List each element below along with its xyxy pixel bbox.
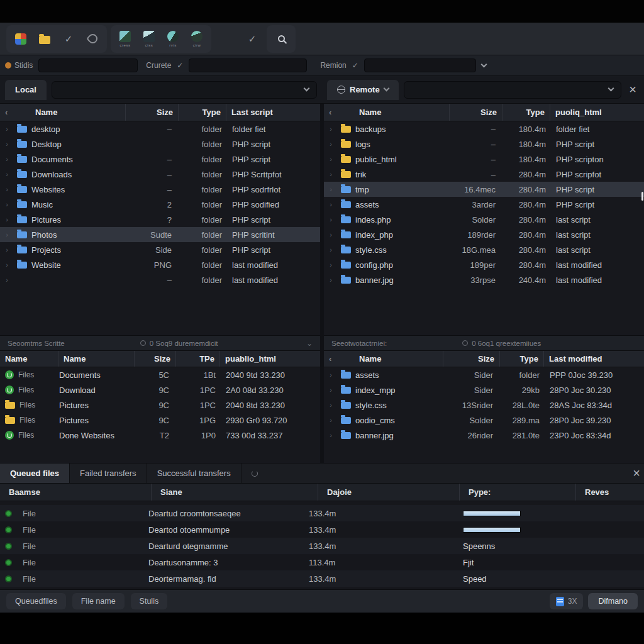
expand-chevron-icon[interactable]: ›	[0, 155, 14, 163]
expand-chevron-icon[interactable]: ›	[324, 140, 338, 148]
file-row[interactable]: › logs – 180.4m PHP script	[324, 136, 644, 152]
queue-row[interactable]: File Deortermamag. fid 133.4m Speed	[0, 570, 644, 587]
column-name[interactable]: Name	[354, 351, 443, 367]
file-row[interactable]: › indes.php Solder 280.4m last script	[324, 212, 644, 227]
expand-chevron-icon[interactable]: ›	[0, 186, 14, 193]
expand-chevron-icon[interactable]: ›	[324, 201, 338, 208]
quickconnect-chevron-icon[interactable]	[480, 61, 487, 67]
expand-chevron-icon[interactable]: ›	[0, 231, 14, 238]
back-chevron-icon[interactable]: ‹	[0, 108, 14, 117]
close-remote-icon[interactable]: ×	[626, 82, 639, 97]
file-row[interactable]: › Music 2 folder PHP sodified	[0, 197, 320, 212]
file-row[interactable]: › Downloads – folder PHP Scrttpfot	[0, 167, 320, 182]
toggle-button-2[interactable]: ✓	[242, 27, 263, 51]
bottombar-status[interactable]: Stulis	[131, 593, 168, 609]
column-name-2[interactable]: Name	[58, 351, 134, 367]
file-row[interactable]: › public_html – 180.4m PHP scripton	[324, 152, 644, 167]
expand-chevron-icon[interactable]: ›	[324, 401, 338, 409]
queue-column-remote[interactable]: Reves	[575, 484, 644, 501]
remote-path-chevron-icon[interactable]	[608, 86, 614, 92]
app-logo-button[interactable]	[10, 27, 31, 51]
back-chevron-icon[interactable]: ‹	[324, 354, 338, 364]
expand-chevron-icon[interactable]: ›	[324, 231, 338, 238]
expand-chevron-icon[interactable]: ›	[0, 246, 14, 253]
file-row[interactable]: › Pictures ? folder PHP script	[0, 212, 320, 227]
local-status-refresh-icon[interactable]: ⌄	[306, 339, 313, 348]
file-row[interactable]: › desktop – folder folder fiet	[0, 121, 320, 136]
file-row[interactable]: › Website PNG folder last modified	[0, 257, 320, 272]
open-site-manager-button[interactable]	[34, 27, 55, 51]
password-input[interactable]	[364, 58, 476, 72]
column-modified[interactable]: Last script	[226, 104, 320, 121]
file-row[interactable]: › Desktop folder PHP script	[0, 136, 320, 152]
expand-chevron-icon[interactable]: ›	[324, 216, 338, 223]
view-button-2[interactable]: ciss	[138, 27, 160, 51]
refresh-button[interactable]	[82, 27, 103, 51]
column-type[interactable]: Type	[499, 351, 543, 367]
column-size[interactable]: Size	[134, 351, 175, 367]
column-modified[interactable]: puoliq_html	[550, 104, 644, 121]
local-path-input[interactable]	[52, 81, 317, 99]
expand-chevron-icon[interactable]: ›	[324, 416, 338, 424]
expand-chevron-icon[interactable]: ›	[0, 170, 14, 178]
expand-chevron-icon[interactable]: ›	[0, 261, 14, 269]
expand-chevron-icon[interactable]: ›	[324, 246, 338, 253]
tab-remote[interactable]: Remote	[327, 80, 399, 100]
expand-chevron-icon[interactable]: ›	[0, 216, 14, 223]
file-row[interactable]: › Photos Sudte folder PHP scritint	[0, 227, 320, 242]
queue-row[interactable]: File Deartod otoemmumpe 133.4m	[0, 521, 644, 538]
file-row[interactable]: › trik – 280.4m PHP scripfot	[324, 167, 644, 182]
queue-column-time[interactable]: Dajoie	[318, 484, 459, 501]
file-row[interactable]: › assets Sider folder PPP 0Joc 39.230	[324, 367, 644, 382]
queue-row[interactable]: File Dearturd otegmamme 133.4m Speenns	[0, 538, 644, 554]
column-name[interactable]: Name	[30, 104, 125, 121]
view-button-1[interactable]: cress	[114, 27, 136, 51]
expand-chevron-icon[interactable]: ›	[324, 170, 338, 178]
file-row[interactable]: Files Documents 5C 1Bt 2040 9td 33.230	[0, 367, 320, 382]
file-row[interactable]: › config.php 189per 280.4m last modified	[324, 257, 644, 272]
transfer-tab[interactable]: Failed transfers	[70, 464, 147, 483]
view-button-4[interactable]: cirw	[186, 27, 208, 51]
back-chevron-icon[interactable]: ‹	[324, 108, 338, 117]
bottombar-filename[interactable]: File name	[72, 593, 125, 609]
file-row[interactable]: Files Download 9C 1PC 2A0 08d 33.230	[0, 382, 320, 397]
expand-chevron-icon[interactable]: ›	[324, 431, 338, 439]
expand-chevron-icon[interactable]: ›	[0, 140, 14, 148]
expand-chevron-icon[interactable]: ›	[324, 155, 338, 163]
expand-chevron-icon[interactable]: ›	[324, 386, 338, 394]
expand-chevron-icon[interactable]: ›	[0, 125, 14, 133]
queue-column-type[interactable]: Pype:	[459, 484, 575, 501]
remote-path-input[interactable]	[404, 81, 622, 99]
column-type[interactable]: Type	[178, 104, 226, 121]
column-modified[interactable]: Last modified	[543, 351, 644, 367]
file-row[interactable]: › style.css 13Srider 28L.0te 28AS Joc 83…	[324, 397, 644, 413]
file-row[interactable]: Files Done Websites T2 1P0 733 00d 33.23…	[0, 428, 320, 443]
file-row[interactable]: Files Pictures 9C 1PC 2040 8td 33.230	[0, 397, 320, 413]
bottombar-action-button[interactable]: Difmano	[588, 593, 638, 609]
column-type[interactable]: TPe	[175, 351, 219, 367]
host-input[interactable]	[38, 58, 138, 72]
queue-column-size[interactable]: Siane	[151, 484, 318, 501]
expand-chevron-icon[interactable]: ›	[324, 125, 338, 133]
file-row[interactable]: › Websites – folder PHP sodrfrlot	[0, 182, 320, 197]
file-row[interactable]: › oodio_cms Solder 289.ma 28P0 Joc 39.23…	[324, 413, 644, 428]
view-button-3[interactable]: rvis	[162, 27, 184, 51]
tab-local[interactable]: Local	[5, 80, 47, 100]
scrollbar-thumb[interactable]	[641, 192, 643, 201]
column-size[interactable]: Size	[449, 104, 502, 121]
expand-chevron-icon[interactable]: ›	[324, 261, 338, 269]
column-modified[interactable]: puablio_html	[219, 351, 320, 367]
file-row[interactable]: › banner.jpg 26rider 281.0te 23P0 Joc 83…	[324, 428, 644, 443]
bottombar-queuedfiles[interactable]: Queuedfiles	[6, 593, 66, 609]
column-size[interactable]: Size	[443, 351, 499, 367]
file-row[interactable]: › tmp 16.4mec 280.4m PHP script	[324, 182, 644, 197]
expand-chevron-icon[interactable]: ›	[0, 276, 14, 284]
username-input[interactable]	[189, 58, 307, 72]
search-button[interactable]	[270, 27, 292, 51]
file-row[interactable]: › assets 3arder 280.4m PHP script	[324, 197, 644, 212]
expand-chevron-icon[interactable]: ›	[324, 371, 338, 379]
column-size[interactable]: Size	[125, 104, 178, 121]
file-row[interactable]: › backups – 180.4m folder fiet	[324, 121, 644, 136]
queue-refresh-icon[interactable]	[252, 470, 258, 477]
queue-column-name[interactable]: Baamse	[0, 484, 151, 501]
